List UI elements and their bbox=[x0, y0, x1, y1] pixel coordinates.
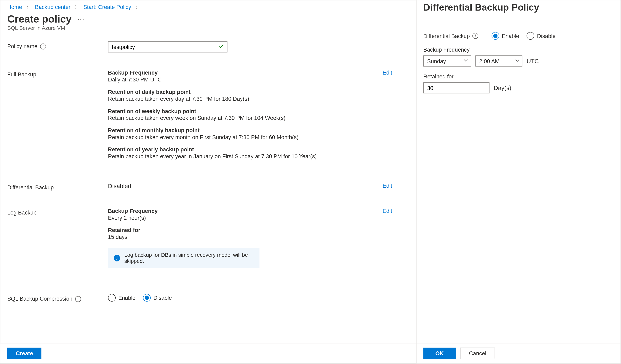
page-header: Create policy ··· SQL Server in Azure VM bbox=[0, 11, 416, 34]
breadcrumb-backup-center[interactable]: Backup center bbox=[35, 4, 70, 10]
retention-weekly-value: Retain backup taken every week on Sunday… bbox=[108, 115, 384, 121]
retention-daily-label: Retention of daily backup point bbox=[108, 89, 384, 95]
retention-daily-value: Retain backup taken every day at 7:30 PM… bbox=[108, 96, 384, 102]
freq-time-select[interactable]: 2:00 AM bbox=[475, 55, 522, 67]
differential-backup-value: Disabled bbox=[108, 182, 384, 190]
check-icon bbox=[218, 44, 224, 50]
chevron-right-icon: 〉 bbox=[75, 5, 79, 10]
policy-name-label: Policy name bbox=[7, 43, 38, 50]
info-icon[interactable]: i bbox=[75, 296, 81, 302]
right-diff-backup-label: Differential Backup bbox=[423, 33, 470, 39]
info-icon[interactable]: i bbox=[40, 43, 46, 49]
log-backup-retained-label: Retained for bbox=[108, 227, 384, 233]
retention-yearly-value: Retain backup taken every year in Januar… bbox=[108, 153, 384, 160]
left-bottom-bar: Create bbox=[0, 343, 416, 364]
page-title: Create policy bbox=[7, 13, 72, 25]
info-icon[interactable]: i bbox=[472, 33, 478, 39]
policy-name-input[interactable] bbox=[108, 41, 227, 53]
right-pane-title: Differential Backup Policy bbox=[423, 2, 614, 13]
right-bottom-bar: OK Cancel bbox=[416, 343, 621, 364]
compression-enable-radio[interactable]: Enable bbox=[108, 294, 135, 302]
retained-input[interactable] bbox=[423, 82, 489, 93]
diff-disable-label: Disable bbox=[537, 33, 555, 39]
edit-differential-backup-link[interactable]: Edit bbox=[383, 182, 392, 189]
freq-time-value: 2:00 AM bbox=[479, 58, 500, 64]
log-backup-freq-label: Backup Frequency bbox=[108, 208, 384, 214]
freq-timezone-label: UTC bbox=[527, 58, 539, 65]
compression-disable-radio[interactable]: Disable bbox=[143, 294, 172, 302]
full-backup-freq-label: Backup Frequency bbox=[108, 69, 384, 76]
right-freq-label: Backup Frequency bbox=[423, 47, 614, 53]
diff-disable-radio[interactable]: Disable bbox=[527, 32, 555, 40]
chevron-right-icon: 〉 bbox=[26, 5, 31, 10]
create-button[interactable]: Create bbox=[7, 347, 42, 359]
right-retained-label: Retained for bbox=[423, 73, 614, 80]
edit-log-backup-link[interactable]: Edit bbox=[383, 208, 392, 214]
edit-full-backup-link[interactable]: Edit bbox=[383, 69, 392, 76]
retention-yearly-label: Retention of yearly backup point bbox=[108, 146, 384, 153]
diff-enable-radio[interactable]: Enable bbox=[492, 32, 519, 40]
ok-button[interactable]: OK bbox=[423, 347, 456, 359]
compression-enable-label: Enable bbox=[118, 295, 136, 301]
compression-label: SQL Backup Compression bbox=[7, 296, 72, 302]
retention-monthly-value: Retain backup taken every month on First… bbox=[108, 134, 384, 140]
log-backup-freq-value: Every 2 hour(s) bbox=[108, 215, 384, 221]
retention-weekly-label: Retention of weekly backup point bbox=[108, 108, 384, 114]
page-subtitle: SQL Server in Azure VM bbox=[7, 25, 409, 31]
more-menu-icon[interactable]: ··· bbox=[78, 16, 85, 23]
compression-disable-label: Disable bbox=[154, 295, 172, 301]
chevron-right-icon: 〉 bbox=[135, 5, 140, 10]
full-backup-freq-value: Daily at 7:30 PM UTC bbox=[108, 76, 384, 83]
breadcrumb: Home 〉 Backup center 〉 Start: Create Pol… bbox=[0, 0, 416, 11]
retention-monthly-label: Retention of monthly backup point bbox=[108, 127, 384, 134]
full-backup-label: Full Backup bbox=[7, 71, 36, 78]
differential-backup-policy-pane: Differential Backup Policy Differential … bbox=[416, 0, 621, 364]
log-backup-info-banner: i Log backup for DBs in simple recovery … bbox=[108, 248, 259, 268]
freq-day-value: Sunday bbox=[427, 58, 446, 64]
diff-enable-label: Enable bbox=[502, 33, 519, 39]
freq-day-select[interactable]: Sunday bbox=[423, 55, 471, 67]
log-backup-label: Log Backup bbox=[7, 209, 36, 216]
info-icon: i bbox=[114, 255, 120, 262]
retained-unit-label: Day(s) bbox=[494, 84, 512, 91]
breadcrumb-start-create-policy[interactable]: Start: Create Policy bbox=[83, 4, 131, 10]
log-backup-retained-value: 15 days bbox=[108, 234, 384, 240]
differential-backup-label: Differential Backup bbox=[7, 184, 54, 191]
main-pane: Home 〉 Backup center 〉 Start: Create Pol… bbox=[0, 0, 416, 364]
breadcrumb-home[interactable]: Home bbox=[7, 4, 22, 10]
log-backup-info-text: Log backup for DBs in simple recovery mo… bbox=[124, 252, 254, 264]
cancel-button[interactable]: Cancel bbox=[460, 347, 495, 359]
